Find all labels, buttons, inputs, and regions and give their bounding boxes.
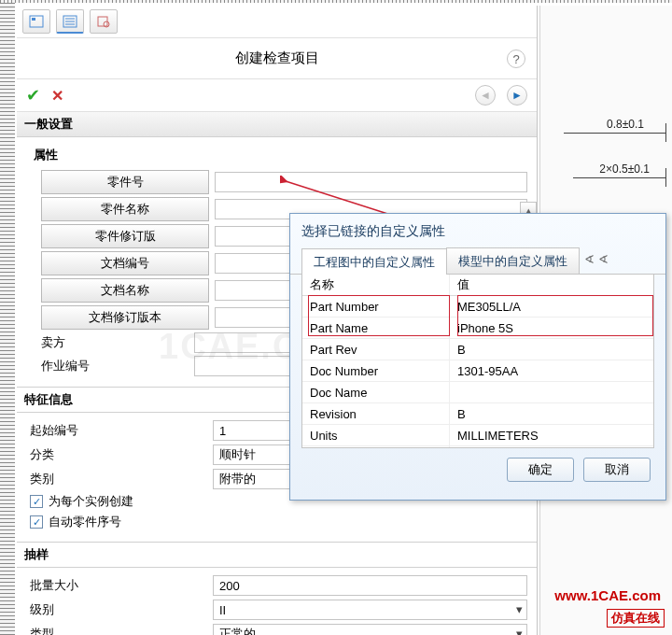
dimension-2: 2×0.5±0.1: [599, 162, 650, 176]
doc-rev-button[interactable]: 文档修订版本: [41, 305, 209, 330]
part-name-button[interactable]: 零件名称: [41, 197, 209, 221]
doc-name-button[interactable]: 文档名称: [41, 278, 209, 303]
prev-button[interactable]: ◄: [475, 85, 496, 106]
section-sampling: 抽样: [17, 542, 537, 568]
ok-icon[interactable]: ✔: [26, 85, 40, 106]
grid-row[interactable]: UnitsMILLIMETERS: [302, 425, 653, 446]
tab-icon-3[interactable]: [90, 9, 118, 34]
start-no-label: 起始编号: [26, 422, 213, 439]
lot-size-value: 200: [219, 579, 240, 593]
linked-properties-dialog: 选择已链接的自定义属性 工程图中的自定义属性 模型中的自定义属性 ∢ ∢ 名称 …: [289, 213, 666, 501]
grid-cell-name: Doc Name: [302, 382, 450, 402]
dialog-tab-drawing[interactable]: 工程图中的自定义属性: [301, 248, 447, 275]
doc-number-button[interactable]: 文档编号: [41, 251, 209, 275]
grid-row[interactable]: Doc Name: [302, 382, 653, 403]
chk-auto-balloon-label: 自动零件序号: [49, 514, 121, 530]
feature-info-label: 特征信息: [24, 391, 73, 408]
grid-cell-value: 1301-95AA: [450, 360, 653, 381]
tab-icon-1[interactable]: [22, 9, 50, 34]
page-title: 创建检查项目: [235, 49, 319, 67]
tab-bar: [17, 6, 537, 38]
ruler-left: [0, 3, 15, 635]
help-icon[interactable]: ?: [507, 49, 525, 68]
chk-per-instance[interactable]: ✓: [30, 495, 43, 508]
cancel-icon[interactable]: ✕: [51, 87, 63, 105]
col-value[interactable]: 值: [450, 275, 653, 295]
highlight-names: [308, 295, 450, 336]
dialog-tab-model[interactable]: 模型中的自定义属性: [446, 247, 580, 274]
class-value: 顺时针: [219, 446, 256, 463]
col-name[interactable]: 名称: [302, 275, 450, 295]
next-button[interactable]: ►: [507, 85, 527, 106]
tab-icon-2[interactable]: [56, 9, 84, 34]
dialog-title: 选择已链接的自定义属性: [290, 214, 665, 247]
category-label: 类别: [26, 471, 213, 487]
grid-cell-name: Units: [302, 425, 450, 445]
grid-cell-value: [450, 446, 653, 448]
part-number-field[interactable]: [215, 172, 527, 192]
level-value: II: [219, 603, 226, 617]
action-bar: ✔ ✕ ◄ ►: [17, 79, 537, 112]
dimension-1: 0.8±0.1: [607, 118, 644, 131]
chk-auto-balloon[interactable]: ✓: [30, 515, 43, 529]
category-value: 附带的: [219, 471, 256, 487]
part-number-button[interactable]: 零件号: [41, 170, 209, 194]
grid-cell-value: B: [450, 339, 653, 360]
section-general[interactable]: 一般设置: [17, 112, 537, 137]
level-label: 级别: [26, 601, 213, 618]
footer-logo-text: 仿真在线: [607, 609, 665, 628]
type-value: 正常的: [219, 626, 256, 635]
grid-cell-value: B: [450, 403, 653, 424]
dialog-ok-button[interactable]: 确定: [507, 458, 574, 482]
chk-per-instance-label: 为每个实例创建: [49, 493, 133, 510]
sampling-label: 抽样: [24, 546, 49, 563]
dialog-grid[interactable]: 名称 值 Part NumberME305LL/APart NameiPhone…: [301, 275, 654, 448]
start-no-value: 1: [219, 424, 226, 438]
type-label: 类型: [26, 626, 213, 635]
attributes-header: 属性: [26, 143, 527, 169]
grid-row[interactable]: Part RevB: [302, 339, 653, 360]
class-label: 分类: [26, 446, 213, 463]
ruler-top: [0, 0, 672, 3]
dialog-tab-more[interactable]: ∢ ∢: [579, 247, 614, 274]
grid-cell-name: Part Rev: [302, 339, 450, 360]
svg-rect-1: [32, 18, 35, 21]
svg-rect-0: [30, 16, 43, 27]
type-select[interactable]: 正常的: [213, 624, 527, 635]
grid-cell-name: SWFormatSize: [302, 446, 450, 448]
level-select[interactable]: II: [213, 600, 527, 620]
title-bar: 创建检查项目 ?: [17, 38, 537, 79]
highlight-values: [457, 295, 653, 336]
grid-cell-name: Revision: [302, 403, 450, 424]
grid-row[interactable]: SWFormatSize: [302, 446, 653, 448]
vendor-label: 卖方: [26, 332, 194, 354]
dialog-cancel-button[interactable]: 取消: [583, 458, 651, 482]
footer-logo: 仿真在线: [607, 609, 665, 628]
job-number-label: 作业编号: [26, 355, 194, 377]
part-rev-button[interactable]: 零件修订版: [41, 224, 209, 248]
section-general-label: 一般设置: [24, 116, 73, 133]
grid-row[interactable]: RevisionB: [302, 403, 653, 425]
lot-size-label: 批量大小: [26, 577, 213, 594]
lot-size-input[interactable]: 200: [213, 575, 527, 596]
grid-row[interactable]: Doc Number1301-95AA: [302, 360, 653, 382]
grid-cell-value: MILLIMETERS: [450, 425, 653, 445]
grid-cell-name: Doc Number: [302, 360, 450, 381]
grid-cell-value: [450, 382, 653, 402]
footer-url: www.1CAE.com: [554, 587, 661, 603]
